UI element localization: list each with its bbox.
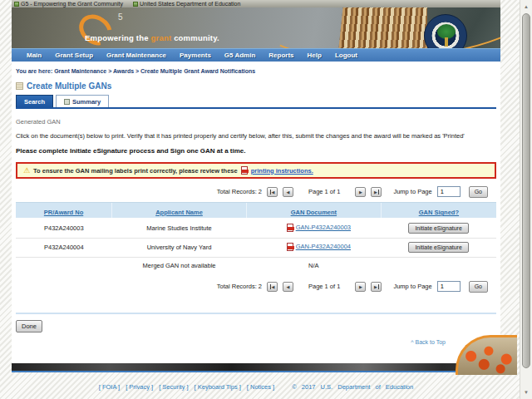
nav-item-logout[interactable]: Logout <box>335 52 357 59</box>
nav-item-grant-setup[interactable]: Grant Setup <box>55 52 93 59</box>
applicant-cell: Marine Studies Institute <box>112 219 247 238</box>
scroll-up-icon[interactable]: ▲ <box>520 2 532 12</box>
breadcrumb-label: You are here: <box>16 68 52 74</box>
main-navbar: Main Grant Setup Grant Maintenance Payme… <box>12 48 500 62</box>
next-page-button[interactable]: ▶ <box>355 282 366 292</box>
tab-summary-label: Summary <box>72 98 101 106</box>
prev-page-button[interactable]: ◀ <box>283 282 293 292</box>
award-no-cell: P432A240003 <box>16 219 112 238</box>
initiate-esignature-button[interactable]: Initiate eSignature <box>408 242 468 253</box>
last-page-button[interactable]: ▶ <box>371 187 382 197</box>
initiate-esignature-button[interactable]: Initiate eSignature <box>408 223 468 234</box>
pdf-icon <box>287 243 293 251</box>
nav-item-reports[interactable]: Reports <box>268 52 293 59</box>
footer-link-foia[interactable]: [ FOIA ] <box>99 383 120 391</box>
window-title-1: G5 - Empowering the Grant Community <box>14 1 123 7</box>
footer-link-notices[interactable]: [ Notices ] <box>247 383 274 391</box>
next-page-icon: ▶ <box>359 284 362 289</box>
banner-tagline: Empowering the grant community. <box>85 33 219 42</box>
window-title-2: United States Department of Education <box>133 1 240 7</box>
list-icon <box>16 82 23 90</box>
breadcrumb: You are here: Grant Maintenance > Awards… <box>16 62 496 74</box>
go-button[interactable]: Go <box>469 281 488 293</box>
nav-item-grant-maintenance[interactable]: Grant Maintenance <box>106 52 166 59</box>
footer-link-keyboard-tips[interactable]: [ Keyboard Tips ] <box>195 383 241 391</box>
tagline-prefix: Empowering the <box>85 33 151 42</box>
next-page-button[interactable]: ▶ <box>355 187 366 197</box>
footer-divider-strip <box>12 363 500 372</box>
total-records-label: Total Records: 2 <box>217 188 262 195</box>
page-icon <box>14 2 19 7</box>
warning-icon: ⚠ <box>23 167 30 175</box>
back-to-top-link[interactable]: ^ Back to Top <box>411 339 446 345</box>
first-page-icon: ◀ <box>270 284 275 289</box>
pagination-bottom: Total Records: 2 ◀ ◀ Page 1 of 1 ▶ ▶ Jum… <box>16 280 496 293</box>
breadcrumb-trail[interactable]: Grant Maintenance > Awards > Create Mult… <box>54 68 255 74</box>
jump-to-page-label: Jump to Page <box>393 188 431 195</box>
page-indicator: Page 1 of 1 <box>308 283 340 290</box>
done-button[interactable]: Done <box>16 320 42 332</box>
prev-page-icon: ◀ <box>287 284 290 289</box>
footer-link-security[interactable]: [ Security ] <box>159 383 188 391</box>
gan-document-link[interactable]: GAN-P432A240004 <box>287 243 351 251</box>
prev-page-button[interactable]: ◀ <box>283 187 293 197</box>
merged-gan-row: Merged GAN not available N/A <box>16 257 496 273</box>
nav-item-main[interactable]: Main <box>27 52 42 59</box>
gan-table: PR/Award No Applicant Name GAN Document … <box>16 202 496 273</box>
summary-tab-icon <box>64 99 70 105</box>
pdf-icon <box>241 166 248 175</box>
warning-banner: ⚠ To ensure the GAN mailing labels print… <box>16 162 496 179</box>
table-row: P432A240004 University of Navy Yard GAN-… <box>16 238 496 257</box>
footer-link-privacy[interactable]: [ Privacy ] <box>126 383 153 391</box>
nav-item-g5-admin[interactable]: G5 Admin <box>224 52 255 59</box>
header-applicant-name[interactable]: Applicant Name <box>155 209 203 216</box>
award-no-cell: P432A240004 <box>16 238 112 257</box>
merged-gan-label: Merged GAN not available <box>112 257 247 273</box>
gan-signed-cell: Initiate eSignature <box>381 238 496 257</box>
tab-bar: Search Summary <box>16 96 496 109</box>
nav-item-help[interactable]: Help <box>308 52 322 59</box>
scroll-down-icon[interactable]: ▼ <box>520 387 532 397</box>
first-page-button[interactable]: ◀ <box>267 187 278 197</box>
tab-search[interactable]: Search <box>16 95 53 107</box>
jump-to-page-input[interactable] <box>437 186 461 197</box>
header-gan-document[interactable]: GAN Document <box>291 209 337 216</box>
pagination-top: Total Records: 2 ◀ ◀ Page 1 of 1 ▶ ▶ Jum… <box>16 185 496 198</box>
last-page-button[interactable]: ▶ <box>371 282 382 292</box>
jump-to-page-input[interactable] <box>437 281 461 292</box>
footer: [ FOIA ] [ Privacy ] [ Security ] [ Keyb… <box>12 383 500 391</box>
print-instructions-text: Click on the document(s) below to print.… <box>16 132 496 140</box>
last-page-icon: ▶ <box>374 190 379 195</box>
scrollbar-thumb[interactable] <box>522 13 530 368</box>
last-page-icon: ▶ <box>374 284 379 289</box>
seal-trunk <box>445 37 448 47</box>
header-gan-signed[interactable]: GAN Signed? <box>419 209 459 216</box>
header-pr-award-no[interactable]: PR/Award No <box>44 209 83 216</box>
printing-instructions-link[interactable]: printing instructions. <box>251 167 313 175</box>
gan-document-link[interactable]: GAN-P432A240003 <box>287 224 351 232</box>
pdf-icon <box>287 224 293 232</box>
merged-gan-value: N/A <box>246 257 381 273</box>
gan-signed-cell: Initiate eSignature <box>381 219 496 238</box>
prev-page-icon: ◀ <box>287 190 290 195</box>
g5-banner: 5 Empowering the grant community. <box>12 7 500 48</box>
total-records-label: Total Records: 2 <box>217 283 262 290</box>
esignature-note: Please complete Initiate eSignature proc… <box>16 147 496 155</box>
applicant-cell: University of Navy Yard <box>112 238 247 257</box>
window-title-bar: G5 - Empowering the Grant Community Unit… <box>12 0 500 7</box>
gan-document-cell: GAN-P432A240004 <box>246 238 381 257</box>
gan-document-link-text: GAN-P432A240004 <box>296 243 351 250</box>
table-header-row: PR/Award No Applicant Name GAN Document … <box>16 203 496 219</box>
jump-to-page-label: Jump to Page <box>393 283 431 290</box>
gan-document-cell: GAN-P432A240003 <box>246 219 381 238</box>
go-button[interactable]: Go <box>469 186 488 198</box>
page-indicator: Page 1 of 1 <box>308 188 340 195</box>
g5-logo-number: 5 <box>118 12 123 22</box>
first-page-button[interactable]: ◀ <box>267 282 278 292</box>
nav-item-payments[interactable]: Payments <box>180 52 211 59</box>
section-divider <box>16 313 496 314</box>
first-page-icon: ◀ <box>270 190 275 195</box>
main-column: G5 - Empowering the Grant Community Unit… <box>12 0 500 399</box>
tab-summary[interactable]: Summary <box>56 95 109 107</box>
page-title: Create Multiple GANs <box>27 81 111 91</box>
